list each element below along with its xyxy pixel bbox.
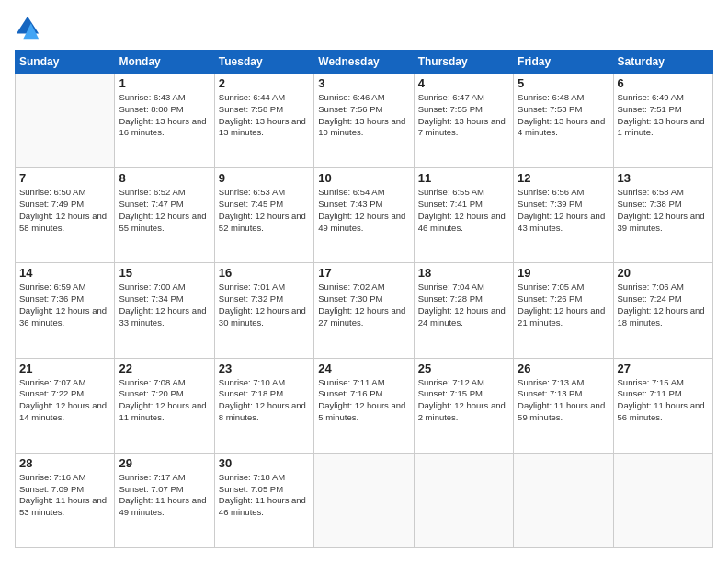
- calendar-cell: 25Sunrise: 7:12 AM Sunset: 7:15 PM Dayli…: [414, 358, 513, 453]
- calendar-week-row: 14Sunrise: 6:59 AM Sunset: 7:36 PM Dayli…: [16, 263, 713, 358]
- day-info: Sunrise: 6:48 AM Sunset: 7:53 PM Dayligh…: [518, 92, 609, 139]
- day-info: Sunrise: 6:47 AM Sunset: 7:55 PM Dayligh…: [418, 92, 509, 139]
- day-info: Sunrise: 7:05 AM Sunset: 7:26 PM Dayligh…: [518, 282, 609, 328]
- day-info: Sunrise: 7:18 AM Sunset: 7:05 PM Dayligh…: [219, 472, 310, 519]
- calendar-week-row: 7Sunrise: 6:50 AM Sunset: 7:49 PM Daylig…: [16, 168, 713, 263]
- day-info: Sunrise: 6:54 AM Sunset: 7:43 PM Dayligh…: [318, 187, 409, 234]
- day-number: 5: [518, 76, 609, 90]
- calendar-week-row: 1Sunrise: 6:43 AM Sunset: 8:00 PM Daylig…: [16, 74, 713, 168]
- page: SundayMondayTuesdayWednesdayThursdayFrid…: [0, 0, 728, 563]
- day-number: 8: [119, 171, 210, 185]
- day-info: Sunrise: 6:53 AM Sunset: 7:45 PM Dayligh…: [219, 187, 310, 234]
- calendar-cell: 20Sunrise: 7:06 AM Sunset: 7:24 PM Dayli…: [613, 263, 712, 358]
- day-info: Sunrise: 6:56 AM Sunset: 7:39 PM Dayligh…: [518, 187, 609, 234]
- day-number: 26: [518, 362, 609, 375]
- day-info: Sunrise: 6:44 AM Sunset: 7:58 PM Dayligh…: [219, 92, 310, 139]
- day-number: 25: [418, 362, 509, 375]
- day-number: 16: [219, 266, 310, 280]
- day-info: Sunrise: 7:13 AM Sunset: 7:13 PM Dayligh…: [518, 377, 609, 424]
- day-info: Sunrise: 7:06 AM Sunset: 7:24 PM Dayligh…: [618, 282, 709, 328]
- calendar-table: SundayMondayTuesdayWednesdayThursdayFrid…: [15, 50, 713, 548]
- day-info: Sunrise: 6:43 AM Sunset: 8:00 PM Dayligh…: [119, 92, 210, 139]
- day-number: 12: [518, 171, 609, 185]
- day-info: Sunrise: 6:52 AM Sunset: 7:47 PM Dayligh…: [119, 187, 210, 234]
- calendar-cell: 28Sunrise: 7:16 AM Sunset: 7:09 PM Dayli…: [16, 453, 115, 547]
- day-info: Sunrise: 7:16 AM Sunset: 7:09 PM Dayligh…: [19, 472, 110, 519]
- day-info: Sunrise: 7:15 AM Sunset: 7:11 PM Dayligh…: [618, 377, 709, 424]
- day-number: 11: [418, 171, 509, 185]
- day-number: 20: [618, 266, 709, 280]
- day-number: 10: [318, 171, 409, 185]
- calendar-cell: [514, 453, 613, 547]
- day-info: Sunrise: 7:04 AM Sunset: 7:28 PM Dayligh…: [418, 282, 509, 328]
- day-number: 18: [418, 266, 509, 280]
- calendar-cell: 30Sunrise: 7:18 AM Sunset: 7:05 PM Dayli…: [214, 453, 313, 547]
- day-number: 17: [318, 266, 409, 280]
- day-info: Sunrise: 7:00 AM Sunset: 7:34 PM Dayligh…: [119, 282, 210, 328]
- calendar-cell: 3Sunrise: 6:46 AM Sunset: 7:56 PM Daylig…: [314, 74, 414, 168]
- day-info: Sunrise: 7:17 AM Sunset: 7:07 PM Dayligh…: [119, 472, 210, 519]
- calendar-cell: 2Sunrise: 6:44 AM Sunset: 7:58 PM Daylig…: [214, 74, 313, 168]
- day-number: 23: [219, 362, 310, 375]
- day-info: Sunrise: 6:49 AM Sunset: 7:51 PM Dayligh…: [618, 92, 709, 139]
- calendar-cell: 6Sunrise: 6:49 AM Sunset: 7:51 PM Daylig…: [613, 74, 712, 168]
- calendar-cell: [414, 453, 513, 547]
- calendar-cell: 24Sunrise: 7:11 AM Sunset: 7:16 PM Dayli…: [314, 358, 414, 453]
- day-number: 3: [318, 76, 409, 90]
- day-number: 28: [19, 456, 110, 470]
- calendar-cell: 26Sunrise: 7:13 AM Sunset: 7:13 PM Dayli…: [514, 358, 613, 453]
- day-info: Sunrise: 6:55 AM Sunset: 7:41 PM Dayligh…: [418, 187, 509, 234]
- logo-icon: [15, 15, 40, 40]
- calendar-cell: 16Sunrise: 7:01 AM Sunset: 7:32 PM Dayli…: [214, 263, 313, 358]
- calendar-cell: 8Sunrise: 6:52 AM Sunset: 7:47 PM Daylig…: [115, 168, 214, 263]
- calendar-cell: 11Sunrise: 6:55 AM Sunset: 7:41 PM Dayli…: [414, 168, 513, 263]
- day-number: 21: [19, 362, 110, 375]
- calendar-header-row: SundayMondayTuesdayWednesdayThursdayFrid…: [16, 51, 713, 74]
- calendar-cell: 4Sunrise: 6:47 AM Sunset: 7:55 PM Daylig…: [414, 74, 513, 168]
- day-info: Sunrise: 7:02 AM Sunset: 7:30 PM Dayligh…: [318, 282, 409, 328]
- weekday-header: Tuesday: [214, 51, 313, 74]
- calendar-cell: 23Sunrise: 7:10 AM Sunset: 7:18 PM Dayli…: [214, 358, 313, 453]
- day-number: 13: [618, 171, 709, 185]
- day-number: 2: [219, 76, 310, 90]
- calendar-cell: 27Sunrise: 7:15 AM Sunset: 7:11 PM Dayli…: [613, 358, 712, 453]
- day-number: 15: [119, 266, 210, 280]
- calendar-cell: 19Sunrise: 7:05 AM Sunset: 7:26 PM Dayli…: [514, 263, 613, 358]
- calendar-cell: 9Sunrise: 6:53 AM Sunset: 7:45 PM Daylig…: [214, 168, 313, 263]
- calendar-cell: 18Sunrise: 7:04 AM Sunset: 7:28 PM Dayli…: [414, 263, 513, 358]
- day-info: Sunrise: 7:08 AM Sunset: 7:20 PM Dayligh…: [119, 377, 210, 424]
- logo: [15, 15, 42, 40]
- day-number: 27: [618, 362, 709, 375]
- weekday-header: Saturday: [613, 51, 712, 74]
- calendar-cell: 13Sunrise: 6:58 AM Sunset: 7:38 PM Dayli…: [613, 168, 712, 263]
- day-number: 19: [518, 266, 609, 280]
- calendar-cell: 15Sunrise: 7:00 AM Sunset: 7:34 PM Dayli…: [115, 263, 214, 358]
- calendar-cell: 7Sunrise: 6:50 AM Sunset: 7:49 PM Daylig…: [16, 168, 115, 263]
- calendar-week-row: 21Sunrise: 7:07 AM Sunset: 7:22 PM Dayli…: [16, 358, 713, 453]
- weekday-header: Thursday: [414, 51, 513, 74]
- day-number: 1: [119, 76, 210, 90]
- calendar-cell: 1Sunrise: 6:43 AM Sunset: 8:00 PM Daylig…: [115, 74, 214, 168]
- day-info: Sunrise: 7:11 AM Sunset: 7:16 PM Dayligh…: [318, 377, 409, 424]
- day-info: Sunrise: 6:50 AM Sunset: 7:49 PM Dayligh…: [19, 187, 110, 234]
- calendar-cell: 21Sunrise: 7:07 AM Sunset: 7:22 PM Dayli…: [16, 358, 115, 453]
- day-info: Sunrise: 6:46 AM Sunset: 7:56 PM Dayligh…: [318, 92, 409, 139]
- calendar-cell: 22Sunrise: 7:08 AM Sunset: 7:20 PM Dayli…: [115, 358, 214, 453]
- calendar-cell: 12Sunrise: 6:56 AM Sunset: 7:39 PM Dayli…: [514, 168, 613, 263]
- calendar-cell: [314, 453, 414, 547]
- calendar-cell: 10Sunrise: 6:54 AM Sunset: 7:43 PM Dayli…: [314, 168, 414, 263]
- day-number: 14: [19, 266, 110, 280]
- day-number: 22: [119, 362, 210, 375]
- weekday-header: Sunday: [16, 51, 115, 74]
- weekday-header: Monday: [115, 51, 214, 74]
- header: [15, 15, 713, 40]
- day-number: 7: [19, 171, 110, 185]
- day-number: 24: [318, 362, 409, 375]
- day-number: 9: [219, 171, 310, 185]
- day-info: Sunrise: 7:07 AM Sunset: 7:22 PM Dayligh…: [19, 377, 110, 424]
- weekday-header: Wednesday: [314, 51, 414, 74]
- calendar-cell: [613, 453, 712, 547]
- calendar-week-row: 28Sunrise: 7:16 AM Sunset: 7:09 PM Dayli…: [16, 453, 713, 547]
- day-number: 29: [119, 456, 210, 470]
- calendar-cell: 17Sunrise: 7:02 AM Sunset: 7:30 PM Dayli…: [314, 263, 414, 358]
